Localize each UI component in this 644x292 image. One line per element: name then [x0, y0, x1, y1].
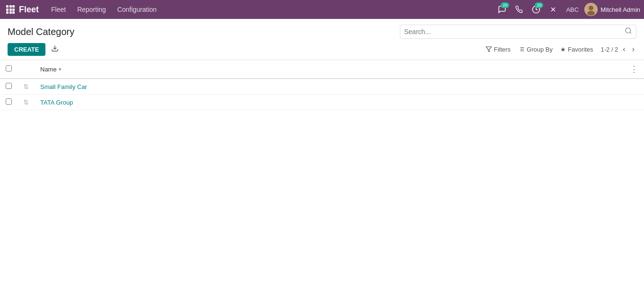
svg-marker-18	[486, 47, 492, 52]
app-logo[interactable]: Fleet	[19, 5, 39, 15]
table-header-row: Name ▾ ⋮	[0, 60, 644, 79]
row-checkbox-cell[interactable]	[0, 79, 18, 95]
content-area: Model Category CREATE Filters Group By	[0, 19, 644, 292]
activity-badge: 29	[535, 2, 543, 8]
username-label[interactable]: Mitchell Admin	[600, 6, 640, 13]
nav-reporting[interactable]: Reporting	[72, 4, 111, 15]
table-container: Name ▾ ⋮ ⇅ Small Family Car	[0, 60, 644, 110]
top-navigation: Fleet Fleet Reporting Configuration 20 2…	[0, 0, 644, 19]
page-title: Model Category	[8, 27, 74, 37]
row-name-cell: TATA Group	[35, 95, 489, 110]
row-checkbox[interactable]	[6, 98, 12, 105]
messages-badge: 20	[501, 2, 509, 8]
filters-label: Filters	[494, 46, 511, 53]
svg-point-15	[626, 28, 631, 33]
row-name-link[interactable]: TATA Group	[40, 99, 73, 106]
nav-menu: Fleet Reporting Configuration	[46, 4, 495, 15]
abc-label[interactable]: ABC	[563, 5, 582, 14]
sort-icon: ▾	[59, 66, 62, 72]
column-sort-handle	[18, 60, 35, 79]
favorites-button[interactable]: ★ Favorites	[560, 46, 593, 53]
toolbar-right: Filters Group By ★ Favorites 1-2 / 2 ‹ ›	[485, 44, 636, 54]
svg-rect-8	[12, 11, 15, 14]
row-handle-cell: ⇅	[18, 79, 35, 95]
groupby-label: Group By	[527, 46, 553, 53]
user-avatar[interactable]	[584, 3, 598, 16]
svg-rect-0	[6, 5, 9, 8]
drag-handle-icon[interactable]: ⇅	[23, 83, 29, 90]
column-name-header[interactable]: Name ▾	[35, 60, 489, 79]
search-icon[interactable]	[625, 27, 632, 36]
search-bar	[400, 25, 636, 39]
download-button[interactable]	[49, 43, 61, 56]
table-row: ⇅ TATA Group	[0, 95, 644, 110]
pagination-next[interactable]: ›	[630, 44, 636, 54]
table-row: ⇅ Small Family Car	[0, 79, 644, 95]
filters-button[interactable]: Filters	[485, 46, 511, 53]
svg-rect-2	[12, 5, 15, 8]
create-button[interactable]: CREATE	[8, 43, 45, 56]
search-input[interactable]	[404, 28, 625, 35]
model-category-table: Name ▾ ⋮ ⇅ Small Family Car	[0, 60, 644, 110]
pagination-prev[interactable]: ‹	[621, 44, 627, 54]
nav-configuration[interactable]: Configuration	[113, 4, 161, 15]
column-more-header: ⋮	[489, 60, 644, 79]
row-checkbox[interactable]	[6, 83, 12, 89]
svg-point-13	[589, 6, 593, 10]
pagination: 1-2 / 2 ‹ ›	[600, 44, 636, 54]
messages-icon-btn[interactable]: 20	[495, 2, 509, 17]
svg-rect-7	[9, 11, 12, 14]
drag-handle-icon[interactable]: ⇅	[23, 98, 29, 106]
svg-rect-6	[6, 11, 9, 14]
more-options-icon[interactable]: ⋮	[630, 64, 638, 74]
topnav-right: 20 29 ABC Mitchell Admin	[495, 2, 640, 17]
toolbar: CREATE Filters Group By ★ Favorites 1-2 …	[0, 39, 644, 60]
svg-point-14	[587, 11, 595, 16]
phone-icon-btn[interactable]	[512, 2, 526, 17]
apps-icon[interactable]	[4, 3, 17, 16]
select-all-checkbox[interactable]	[6, 65, 12, 71]
row-handle-cell: ⇅	[18, 95, 35, 110]
row-name-link[interactable]: Small Family Car	[40, 83, 87, 90]
favorites-label: Favorites	[568, 46, 593, 53]
groupby-button[interactable]: Group By	[518, 46, 553, 53]
select-all-checkbox-header[interactable]	[0, 60, 18, 79]
star-icon: ★	[560, 46, 566, 53]
svg-rect-1	[9, 5, 12, 8]
row-name-cell: Small Family Car	[35, 79, 489, 95]
close-icon-btn[interactable]	[546, 2, 560, 17]
activity-icon-btn[interactable]: 29	[529, 2, 543, 17]
svg-rect-3	[6, 9, 9, 11]
row-empty-cell	[489, 79, 644, 95]
page-header: Model Category	[0, 19, 644, 39]
nav-fleet[interactable]: Fleet	[46, 4, 71, 15]
svg-rect-5	[12, 9, 15, 11]
row-empty-cell	[489, 95, 644, 110]
svg-rect-4	[9, 9, 12, 11]
toolbar-left: CREATE	[8, 43, 61, 56]
svg-line-16	[630, 32, 631, 34]
row-checkbox-cell[interactable]	[0, 95, 18, 110]
pagination-info: 1-2 / 2	[600, 46, 618, 53]
name-column-label: Name	[40, 66, 57, 73]
